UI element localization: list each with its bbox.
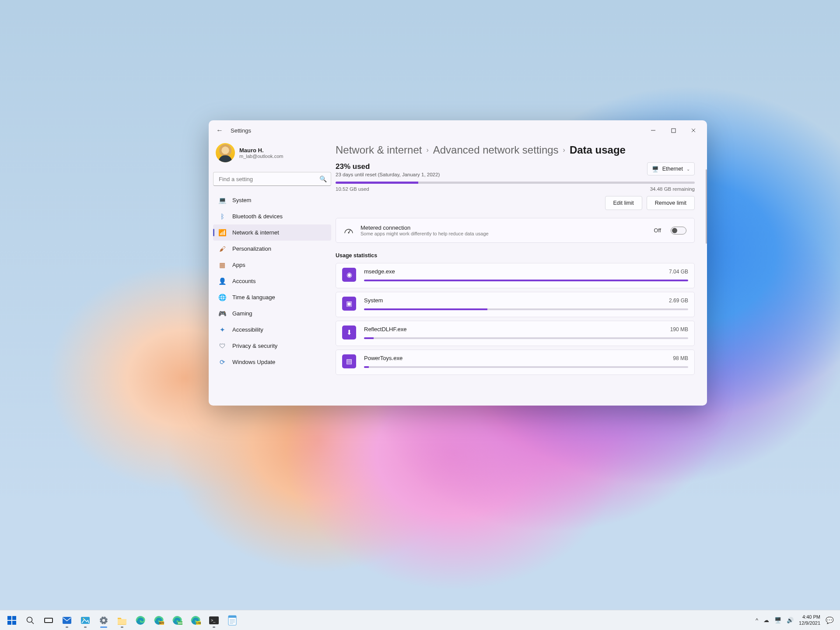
- task-view-button[interactable]: [40, 612, 57, 629]
- breadcrumb-link[interactable]: Advanced network settings: [433, 144, 559, 156]
- edit-limit-button[interactable]: Edit limit: [605, 196, 642, 210]
- taskbar-app-edge[interactable]: [132, 612, 149, 629]
- sidebar-item-label: Personalization: [232, 245, 271, 252]
- sidebar-item-gaming[interactable]: 🎮Gaming: [213, 305, 331, 322]
- sidebar-item-network[interactable]: 📶Network & internet: [213, 224, 331, 241]
- search-button[interactable]: [22, 612, 38, 629]
- svg-rect-6: [7, 616, 11, 620]
- search-input[interactable]: [213, 172, 331, 186]
- app-usage-bar-fill: [364, 280, 688, 281]
- app-icon: ◉: [342, 268, 356, 282]
- back-button[interactable]: ←: [212, 126, 227, 134]
- time-icon: 🌐: [218, 294, 226, 301]
- breadcrumb-link[interactable]: Network & internet: [336, 144, 422, 156]
- sidebar-item-label: Gaming: [232, 310, 252, 317]
- maximize-button[interactable]: [663, 123, 683, 137]
- sidebar-item-time[interactable]: 🌐Time & language: [213, 289, 331, 305]
- taskbar-time: 4:40 PM: [799, 614, 820, 620]
- system-icon: 💻: [218, 196, 226, 204]
- settings-window: ← Settings Mauro H. m_lab@outlook.com 🔍 …: [209, 120, 707, 406]
- metered-toggle[interactable]: [671, 227, 686, 234]
- search-icon: 🔍: [319, 175, 327, 182]
- usage-remaining-label: 34.48 GB remaining: [650, 186, 695, 192]
- remove-limit-button[interactable]: Remove limit: [647, 196, 695, 210]
- usage-bar-fill: [336, 182, 418, 184]
- app-usage-bar-fill: [364, 337, 374, 339]
- svg-text:BETA: BETA: [159, 622, 164, 624]
- sidebar-item-update[interactable]: ⟳Windows Update: [213, 354, 331, 370]
- minimize-button[interactable]: [643, 123, 663, 137]
- profile-name: Mauro H.: [239, 147, 283, 154]
- app-usage-row[interactable]: ▣System2.69 GB: [336, 292, 695, 317]
- svg-rect-14: [63, 617, 71, 624]
- app-usage-size: 7.04 GB: [669, 269, 688, 275]
- app-icon: ▣: [342, 297, 356, 311]
- svg-rect-1: [672, 129, 676, 133]
- taskbar-app-notepad[interactable]: [224, 612, 241, 629]
- taskbar-app-terminal[interactable]: >_: [206, 612, 222, 629]
- tray-chevron-icon[interactable]: ^: [756, 617, 758, 623]
- metered-connection-card[interactable]: Metered connection Some apps might work …: [336, 218, 695, 243]
- app-usage-bar: [364, 280, 688, 281]
- svg-point-10: [27, 617, 32, 622]
- app-icon: ▤: [342, 354, 356, 368]
- sidebar-item-system[interactable]: 💻System: [213, 192, 331, 208]
- svg-point-5: [348, 232, 350, 233]
- privacy-icon: 🛡: [218, 342, 226, 350]
- sidebar-item-label: Accessibility: [232, 326, 263, 333]
- app-name: System: [364, 297, 663, 304]
- taskbar-app-photos[interactable]: [77, 612, 94, 629]
- sidebar-item-label: Bluetooth & devices: [232, 213, 283, 220]
- taskbar-app-settings[interactable]: [95, 612, 112, 629]
- sidebar-item-label: Accounts: [232, 278, 256, 284]
- taskbar-app-edge-canary[interactable]: CAN: [187, 612, 204, 629]
- app-usage-row[interactable]: ◉msedge.exe7.04 GB: [336, 263, 695, 288]
- svg-point-16: [83, 618, 84, 619]
- taskbar-app-explorer[interactable]: [114, 612, 130, 629]
- svg-line-25: [100, 623, 102, 624]
- app-usage-bar: [364, 308, 688, 310]
- usage-reset-text: 23 days until reset (Saturday, January 1…: [336, 172, 641, 177]
- sidebar-item-privacy[interactable]: 🛡Privacy & security: [213, 338, 331, 354]
- taskbar-app-edge-dev[interactable]: DEV: [169, 612, 186, 629]
- gaming-icon: 🎮: [218, 310, 226, 318]
- profile-block[interactable]: Mauro H. m_lab@outlook.com: [213, 140, 331, 170]
- sidebar-item-accounts[interactable]: 👤Accounts: [213, 273, 331, 289]
- main-panel: Network & internet › Advanced network se…: [336, 140, 707, 406]
- taskbar-app-mail[interactable]: [59, 612, 75, 629]
- app-usage-row[interactable]: ▤PowerToys.exe98 MB: [336, 350, 695, 375]
- start-button[interactable]: [4, 612, 20, 629]
- volume-icon[interactable]: 🔊: [787, 617, 794, 623]
- accessibility-icon: ✦: [218, 326, 226, 334]
- taskbar-clock[interactable]: 4:40 PM 12/9/2021: [799, 614, 820, 626]
- svg-text:DEV: DEV: [178, 622, 182, 624]
- app-name: ReflectDLHF.exe: [364, 326, 664, 332]
- app-usage-bar: [364, 337, 688, 339]
- sidebar-item-label: Privacy & security: [232, 343, 277, 349]
- app-usage-bar-fill: [364, 308, 487, 310]
- scrollbar[interactable]: [706, 169, 707, 244]
- sidebar-item-personal[interactable]: 🖌Personalization: [213, 241, 331, 257]
- notifications-icon[interactable]: 💬: [826, 616, 834, 624]
- toggle-state-label: Off: [654, 228, 661, 234]
- ethernet-icon: 🖥️: [652, 166, 659, 172]
- network-icon[interactable]: 🖥️: [774, 617, 781, 623]
- sidebar-item-bluetooth[interactable]: ᛒBluetooth & devices: [213, 208, 331, 224]
- taskbar-app-edge-beta[interactable]: BETA: [150, 612, 167, 629]
- breadcrumb: Network & internet › Advanced network se…: [336, 140, 695, 162]
- network-dropdown[interactable]: 🖥️ Ethernet ⌄: [647, 162, 695, 175]
- sidebar-item-label: Network & internet: [232, 229, 279, 236]
- app-usage-row[interactable]: ⬇ReflectDLHF.exe190 MB: [336, 321, 695, 346]
- close-button[interactable]: [683, 123, 704, 137]
- sidebar-item-label: Windows Update: [232, 359, 275, 365]
- app-title: Settings: [231, 127, 251, 134]
- personal-icon: 🖌: [218, 245, 226, 253]
- svg-rect-8: [7, 621, 11, 625]
- onedrive-icon[interactable]: ☁: [763, 617, 769, 623]
- svg-rect-27: [118, 619, 126, 624]
- network-dropdown-label: Ethernet: [662, 166, 683, 172]
- titlebar: ← Settings: [209, 120, 707, 140]
- sidebar-item-accessibility[interactable]: ✦Accessibility: [213, 322, 331, 338]
- system-tray: ^ ☁ 🖥️ 🔊 4:40 PM 12/9/2021 💬: [756, 614, 836, 626]
- sidebar-item-apps[interactable]: ▦Apps: [213, 257, 331, 273]
